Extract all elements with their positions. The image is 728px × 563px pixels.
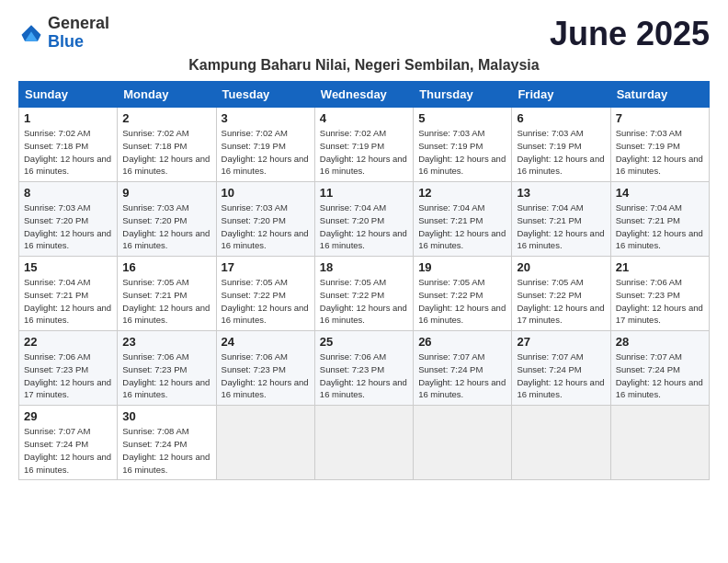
table-row	[216, 406, 314, 480]
col-saturday: Saturday	[610, 82, 709, 108]
table-row: 22Sunrise: 7:06 AMSunset: 7:23 PMDayligh…	[19, 331, 118, 406]
table-row	[314, 406, 413, 480]
table-row: 7Sunrise: 7:03 AMSunset: 7:19 PMDaylight…	[610, 108, 709, 182]
table-row: 25Sunrise: 7:06 AMSunset: 7:23 PMDayligh…	[314, 331, 413, 406]
table-row: 30Sunrise: 7:08 AMSunset: 7:24 PMDayligh…	[118, 406, 216, 480]
day-number: 21	[616, 260, 704, 274]
calendar-row: 8Sunrise: 7:03 AMSunset: 7:20 PMDaylight…	[19, 182, 710, 257]
table-row: 23Sunrise: 7:06 AMSunset: 7:23 PMDayligh…	[118, 331, 216, 406]
location-title: Kampung Baharu Nilai, Negeri Sembilan, M…	[18, 57, 710, 74]
col-tuesday: Tuesday	[216, 82, 314, 108]
day-info: Sunrise: 7:04 AMSunset: 7:20 PMDaylight:…	[320, 201, 408, 252]
day-number: 5	[418, 111, 506, 125]
table-row	[512, 406, 610, 480]
day-number: 15	[24, 260, 112, 274]
day-info: Sunrise: 7:05 AMSunset: 7:22 PMDaylight:…	[320, 276, 408, 327]
calendar-header-row: Sunday Monday Tuesday Wednesday Thursday…	[19, 82, 710, 108]
day-number: 30	[122, 409, 210, 423]
table-row: 20Sunrise: 7:05 AMSunset: 7:22 PMDayligh…	[512, 257, 610, 331]
day-info: Sunrise: 7:04 AMSunset: 7:21 PMDaylight:…	[517, 201, 605, 252]
table-row: 9Sunrise: 7:03 AMSunset: 7:20 PMDaylight…	[118, 182, 216, 257]
day-number: 2	[122, 111, 210, 125]
day-number: 9	[122, 186, 210, 200]
calendar-row: 1Sunrise: 7:02 AMSunset: 7:18 PMDaylight…	[19, 108, 710, 182]
day-info: Sunrise: 7:08 AMSunset: 7:24 PMDaylight:…	[122, 425, 210, 476]
table-row: 14Sunrise: 7:04 AMSunset: 7:21 PMDayligh…	[610, 182, 709, 257]
day-info: Sunrise: 7:03 AMSunset: 7:20 PMDaylight:…	[222, 201, 310, 252]
table-row: 13Sunrise: 7:04 AMSunset: 7:21 PMDayligh…	[512, 182, 610, 257]
day-number: 11	[320, 186, 408, 200]
table-row: 3Sunrise: 7:02 AMSunset: 7:19 PMDaylight…	[216, 108, 314, 182]
day-info: Sunrise: 7:04 AMSunset: 7:21 PMDaylight:…	[616, 201, 704, 252]
table-row: 28Sunrise: 7:07 AMSunset: 7:24 PMDayligh…	[610, 331, 709, 406]
day-number: 7	[616, 111, 704, 125]
day-number: 22	[24, 335, 112, 349]
table-row: 16Sunrise: 7:05 AMSunset: 7:21 PMDayligh…	[118, 257, 216, 331]
day-number: 29	[24, 409, 112, 423]
table-row: 27Sunrise: 7:07 AMSunset: 7:24 PMDayligh…	[512, 331, 610, 406]
day-number: 6	[517, 111, 605, 125]
day-info: Sunrise: 7:02 AMSunset: 7:18 PMDaylight:…	[24, 127, 112, 178]
day-number: 18	[320, 260, 408, 274]
table-row: 29Sunrise: 7:07 AMSunset: 7:24 PMDayligh…	[19, 406, 118, 480]
table-row: 2Sunrise: 7:02 AMSunset: 7:18 PMDaylight…	[118, 108, 216, 182]
day-info: Sunrise: 7:03 AMSunset: 7:20 PMDaylight:…	[122, 201, 210, 252]
logo-general: General	[48, 14, 109, 32]
day-info: Sunrise: 7:06 AMSunset: 7:23 PMDaylight:…	[24, 350, 112, 401]
col-wednesday: Wednesday	[314, 82, 413, 108]
day-info: Sunrise: 7:03 AMSunset: 7:19 PMDaylight:…	[616, 127, 704, 178]
day-info: Sunrise: 7:05 AMSunset: 7:22 PMDaylight:…	[418, 276, 506, 327]
table-row: 11Sunrise: 7:04 AMSunset: 7:20 PMDayligh…	[314, 182, 413, 257]
day-info: Sunrise: 7:03 AMSunset: 7:19 PMDaylight:…	[517, 127, 605, 178]
day-info: Sunrise: 7:03 AMSunset: 7:20 PMDaylight:…	[24, 201, 112, 252]
day-number: 25	[320, 335, 408, 349]
calendar-row: 15Sunrise: 7:04 AMSunset: 7:21 PMDayligh…	[19, 257, 710, 331]
table-row	[414, 406, 512, 480]
day-number: 14	[616, 186, 704, 200]
day-info: Sunrise: 7:06 AMSunset: 7:23 PMDaylight:…	[616, 276, 704, 327]
day-info: Sunrise: 7:05 AMSunset: 7:21 PMDaylight:…	[122, 276, 210, 327]
calendar-table: Sunday Monday Tuesday Wednesday Thursday…	[18, 81, 710, 480]
day-info: Sunrise: 7:04 AMSunset: 7:21 PMDaylight:…	[24, 276, 112, 327]
day-info: Sunrise: 7:07 AMSunset: 7:24 PMDaylight:…	[24, 425, 112, 476]
day-number: 4	[320, 111, 408, 125]
day-info: Sunrise: 7:02 AMSunset: 7:18 PMDaylight:…	[122, 127, 210, 178]
table-row: 21Sunrise: 7:06 AMSunset: 7:23 PMDayligh…	[610, 257, 709, 331]
logo: General Blue	[18, 15, 109, 52]
table-row: 18Sunrise: 7:05 AMSunset: 7:22 PMDayligh…	[314, 257, 413, 331]
day-number: 1	[24, 111, 112, 125]
day-number: 3	[222, 111, 310, 125]
calendar-row: 22Sunrise: 7:06 AMSunset: 7:23 PMDayligh…	[19, 331, 710, 406]
day-number: 26	[418, 335, 506, 349]
day-info: Sunrise: 7:03 AMSunset: 7:19 PMDaylight:…	[418, 127, 506, 178]
day-info: Sunrise: 7:05 AMSunset: 7:22 PMDaylight:…	[517, 276, 605, 327]
day-number: 12	[418, 186, 506, 200]
table-row: 10Sunrise: 7:03 AMSunset: 7:20 PMDayligh…	[216, 182, 314, 257]
table-row: 24Sunrise: 7:06 AMSunset: 7:23 PMDayligh…	[216, 331, 314, 406]
col-friday: Friday	[512, 82, 610, 108]
header: General Blue June 2025	[18, 15, 710, 53]
day-info: Sunrise: 7:07 AMSunset: 7:24 PMDaylight:…	[517, 350, 605, 401]
day-number: 27	[517, 335, 605, 349]
day-info: Sunrise: 7:02 AMSunset: 7:19 PMDaylight:…	[222, 127, 310, 178]
day-number: 16	[122, 260, 210, 274]
table-row: 4Sunrise: 7:02 AMSunset: 7:19 PMDaylight…	[314, 108, 413, 182]
day-number: 24	[222, 335, 310, 349]
logo-text: General Blue	[48, 15, 109, 52]
day-info: Sunrise: 7:07 AMSunset: 7:24 PMDaylight:…	[616, 350, 704, 401]
table-row: 15Sunrise: 7:04 AMSunset: 7:21 PMDayligh…	[19, 257, 118, 331]
table-row: 17Sunrise: 7:05 AMSunset: 7:22 PMDayligh…	[216, 257, 314, 331]
day-number: 17	[222, 260, 310, 274]
month-title: June 2025	[550, 15, 710, 53]
table-row: 5Sunrise: 7:03 AMSunset: 7:19 PMDaylight…	[414, 108, 512, 182]
table-row: 1Sunrise: 7:02 AMSunset: 7:18 PMDaylight…	[19, 108, 118, 182]
logo-icon	[18, 20, 44, 46]
day-info: Sunrise: 7:02 AMSunset: 7:19 PMDaylight:…	[320, 127, 408, 178]
day-number: 19	[418, 260, 506, 274]
day-info: Sunrise: 7:06 AMSunset: 7:23 PMDaylight:…	[320, 350, 408, 401]
day-info: Sunrise: 7:05 AMSunset: 7:22 PMDaylight:…	[222, 276, 310, 327]
col-monday: Monday	[118, 82, 216, 108]
day-number: 13	[517, 186, 605, 200]
logo-blue: Blue	[48, 32, 84, 51]
day-info: Sunrise: 7:07 AMSunset: 7:24 PMDaylight:…	[418, 350, 506, 401]
